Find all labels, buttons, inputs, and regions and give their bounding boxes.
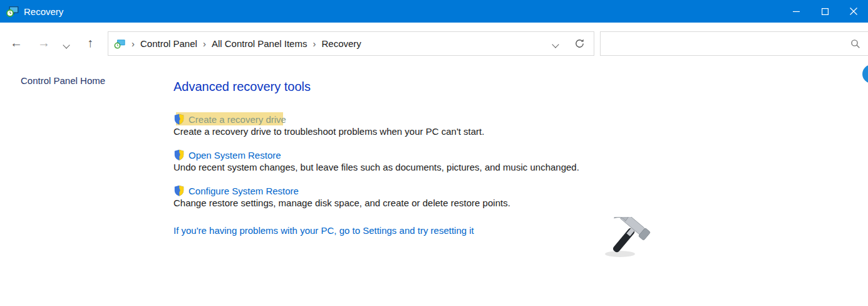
chevron-down-icon bbox=[63, 41, 70, 48]
back-button[interactable]: ← bbox=[9, 36, 24, 50]
chevron-down-icon bbox=[552, 41, 559, 48]
maximize-icon bbox=[822, 8, 829, 15]
task-link-row: Configure System Restore bbox=[173, 184, 662, 197]
main-content: Advanced recovery tools Create a recover… bbox=[173, 79, 662, 236]
uac-shield-icon bbox=[173, 149, 185, 161]
minimize-button[interactable] bbox=[782, 0, 810, 23]
address-bar-actions bbox=[553, 38, 587, 49]
breadcrumb-separator: › bbox=[203, 38, 206, 49]
hammer-image bbox=[601, 217, 653, 260]
minimize-icon bbox=[793, 8, 800, 15]
open-system-restore-link[interactable]: Open System Restore bbox=[189, 150, 281, 161]
address-dropdown[interactable] bbox=[553, 38, 558, 49]
page-title: Advanced recovery tools bbox=[173, 79, 662, 94]
forward-button[interactable]: → bbox=[36, 36, 51, 50]
configure-system-restore-link[interactable]: Configure System Restore bbox=[189, 186, 299, 196]
recovery-location-icon bbox=[114, 38, 126, 50]
task-open-system-restore: Open System Restore Undo recent system c… bbox=[173, 149, 662, 173]
task-configure-system-restore: Configure System Restore Change restore … bbox=[173, 184, 662, 209]
task-link-row: Open System Restore bbox=[173, 149, 662, 161]
task-link-row: Create a recovery drive bbox=[173, 113, 662, 125]
navigation-toolbar: ← → ↑ › Control Panel › All Control Pane… bbox=[0, 23, 868, 63]
window-title: Recovery bbox=[24, 6, 63, 17]
sidebar-item-control-panel-home[interactable]: Control Panel Home bbox=[21, 75, 105, 86]
create-recovery-drive-link[interactable]: Create a recovery drive bbox=[189, 114, 286, 125]
search-box bbox=[600, 31, 868, 56]
task-description: Create a recovery drive to troubleshoot … bbox=[173, 126, 662, 137]
search-icon[interactable] bbox=[850, 39, 860, 49]
uac-shield-icon bbox=[173, 185, 185, 196]
up-button[interactable]: ↑ bbox=[83, 36, 98, 50]
close-button[interactable] bbox=[839, 0, 868, 23]
search-input[interactable] bbox=[606, 32, 847, 55]
window-controls bbox=[782, 0, 868, 23]
task-create-recovery-drive: Create a recovery drive Create a recover… bbox=[173, 113, 662, 137]
recovery-app-icon bbox=[6, 5, 19, 18]
uac-shield-icon bbox=[173, 113, 185, 125]
task-description: Change restore settings, manage disk spa… bbox=[173, 198, 662, 209]
reset-pc-settings-link[interactable]: If you're having problems with your PC, … bbox=[173, 225, 662, 236]
address-bar[interactable]: › Control Panel › All Control Panel Item… bbox=[108, 31, 594, 56]
help-button[interactable] bbox=[862, 65, 868, 83]
task-description: Undo recent system changes, but leave fi… bbox=[173, 162, 662, 173]
breadcrumb-all-control-panel-items[interactable]: All Control Panel Items bbox=[212, 38, 307, 49]
close-icon bbox=[850, 8, 857, 15]
breadcrumb-separator: › bbox=[313, 38, 316, 49]
title-bar: Recovery bbox=[0, 0, 868, 23]
breadcrumb-control-panel[interactable]: Control Panel bbox=[140, 38, 197, 49]
refresh-icon[interactable] bbox=[574, 38, 585, 49]
breadcrumb-separator: › bbox=[132, 38, 135, 49]
breadcrumb-recovery[interactable]: Recovery bbox=[321, 38, 361, 49]
recent-pages-dropdown[interactable] bbox=[64, 39, 69, 50]
maximize-button[interactable] bbox=[810, 0, 839, 23]
